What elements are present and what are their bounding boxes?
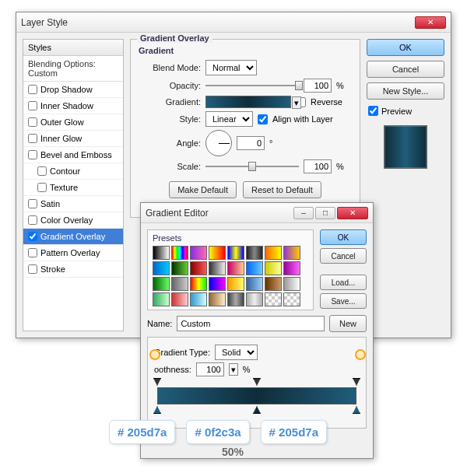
gradient-preview[interactable]: ▾: [205, 96, 291, 108]
blending-options[interactable]: Blending Options: Custom: [23, 56, 123, 82]
style-select[interactable]: Linear: [205, 111, 253, 127]
ge-load-button[interactable]: Load...: [320, 275, 367, 290]
angle-dial[interactable]: [205, 130, 232, 156]
ge-name-input[interactable]: [177, 316, 325, 331]
preset-swatch[interactable]: [153, 277, 170, 291]
preset-swatch[interactable]: [190, 246, 207, 260]
cancel-button[interactable]: Cancel: [367, 61, 444, 78]
style-checkbox[interactable]: [28, 150, 37, 159]
scale-input[interactable]: [304, 159, 332, 173]
reset-default-button[interactable]: Reset to Default: [243, 181, 321, 198]
style-item-gradient-overlay[interactable]: Gradient Overlay: [23, 229, 123, 245]
preset-swatch[interactable]: [283, 261, 300, 275]
preset-swatch[interactable]: [246, 277, 263, 291]
style-label: Satin: [40, 199, 60, 208]
style-checkbox[interactable]: [37, 183, 47, 192]
style-item-color-overlay[interactable]: Color Overlay: [23, 212, 123, 229]
ok-button[interactable]: OK: [367, 39, 444, 56]
opacity-slider[interactable]: [205, 80, 299, 91]
opacity-stop[interactable]: [353, 378, 360, 386]
preset-swatch[interactable]: [171, 292, 188, 306]
style-checkbox[interactable]: [28, 264, 37, 274]
preset-swatch[interactable]: [209, 277, 226, 291]
style-item-contour[interactable]: Contour: [23, 163, 123, 180]
blend-mode-select[interactable]: Normal: [205, 60, 257, 75]
preset-swatch[interactable]: [227, 261, 244, 275]
preset-swatch[interactable]: [246, 246, 263, 260]
preset-swatch[interactable]: [246, 261, 263, 275]
style-item-texture[interactable]: Texture: [23, 180, 123, 196]
angle-input[interactable]: [237, 136, 265, 150]
ge-close-icon[interactable]: ✕: [337, 207, 368, 219]
style-item-drop-shadow[interactable]: Drop Shadow: [23, 82, 123, 98]
color-stop[interactable]: [253, 406, 261, 414]
make-default-button[interactable]: Make Default: [169, 181, 237, 198]
style-checkbox[interactable]: [28, 232, 37, 241]
style-item-bevel-and-emboss[interactable]: Bevel and Emboss: [23, 147, 123, 163]
style-item-inner-glow[interactable]: Inner Glow: [23, 131, 123, 147]
preset-swatch[interactable]: [171, 277, 188, 291]
preset-swatch[interactable]: [265, 292, 282, 306]
new-style-button[interactable]: New Style...: [367, 82, 444, 100]
deg-label: °: [269, 138, 272, 148]
opacity-input[interactable]: [304, 79, 332, 93]
gradient-type-select[interactable]: Solid: [215, 345, 258, 360]
smoothness-input[interactable]: [196, 362, 224, 376]
style-checkbox[interactable]: [28, 199, 37, 208]
style-checkbox[interactable]: [28, 248, 37, 257]
preset-swatch[interactable]: [209, 246, 226, 260]
chevron-down-icon[interactable]: ▾: [229, 363, 238, 376]
preset-swatch[interactable]: [190, 261, 207, 275]
chevron-down-icon[interactable]: ▾: [292, 96, 301, 109]
preset-swatch[interactable]: [209, 261, 226, 275]
preset-swatch[interactable]: [153, 261, 170, 275]
preset-swatch[interactable]: [265, 277, 282, 291]
preview-checkbox[interactable]: [368, 106, 378, 116]
ge-new-button[interactable]: New: [329, 315, 367, 332]
preset-swatch[interactable]: [246, 292, 263, 306]
preset-swatch[interactable]: [265, 261, 282, 275]
style-checkbox[interactable]: [28, 117, 37, 127]
preset-swatch[interactable]: [190, 277, 207, 291]
preset-swatch[interactable]: [190, 292, 207, 306]
preset-swatch[interactable]: [227, 292, 244, 306]
style-item-stroke[interactable]: Stroke: [23, 261, 123, 278]
preset-swatch[interactable]: [283, 292, 300, 306]
ge-save-button[interactable]: Save...: [320, 293, 367, 309]
gradient-bar[interactable]: [157, 387, 356, 404]
minimize-icon[interactable]: –: [293, 207, 314, 219]
align-checkbox[interactable]: [258, 114, 268, 124]
opacity-stop[interactable]: [153, 378, 161, 386]
callout-color-3: # 205d7a: [261, 420, 327, 444]
color-stop[interactable]: [153, 406, 161, 414]
maximize-icon[interactable]: □: [315, 207, 335, 219]
preset-swatch[interactable]: [283, 246, 300, 260]
ge-cancel-button[interactable]: Cancel: [320, 248, 367, 264]
preset-swatch[interactable]: [153, 292, 170, 306]
style-checkbox[interactable]: [28, 85, 37, 94]
styles-header[interactable]: Styles: [23, 40, 123, 56]
preset-swatch[interactable]: [265, 246, 282, 260]
style-item-outer-glow[interactable]: Outer Glow: [23, 114, 123, 131]
style-checkbox[interactable]: [28, 134, 37, 143]
preset-swatch[interactable]: [227, 246, 244, 260]
scale-slider[interactable]: [205, 161, 299, 172]
style-item-inner-shadow[interactable]: Inner Shadow: [23, 98, 123, 114]
opacity-stop[interactable]: [253, 378, 261, 386]
gradient-type-label: Gradient Type:: [154, 348, 210, 357]
color-stop[interactable]: [353, 406, 360, 414]
preset-swatch[interactable]: [227, 277, 244, 291]
style-item-pattern-overlay[interactable]: Pattern Overlay: [23, 245, 123, 261]
style-checkbox[interactable]: [37, 166, 47, 176]
preset-swatch[interactable]: [153, 246, 170, 260]
style-checkbox[interactable]: [28, 101, 37, 110]
preset-swatch[interactable]: [209, 292, 226, 306]
style-checkbox[interactable]: [28, 215, 37, 225]
close-icon[interactable]: ✕: [415, 16, 446, 29]
ge-ok-button[interactable]: OK: [320, 229, 367, 245]
preset-swatch[interactable]: [283, 277, 300, 291]
style-item-satin[interactable]: Satin: [23, 196, 123, 212]
style-label: Drop Shadow: [40, 85, 93, 94]
preset-swatch[interactable]: [171, 261, 188, 275]
preset-swatch[interactable]: [171, 246, 188, 260]
